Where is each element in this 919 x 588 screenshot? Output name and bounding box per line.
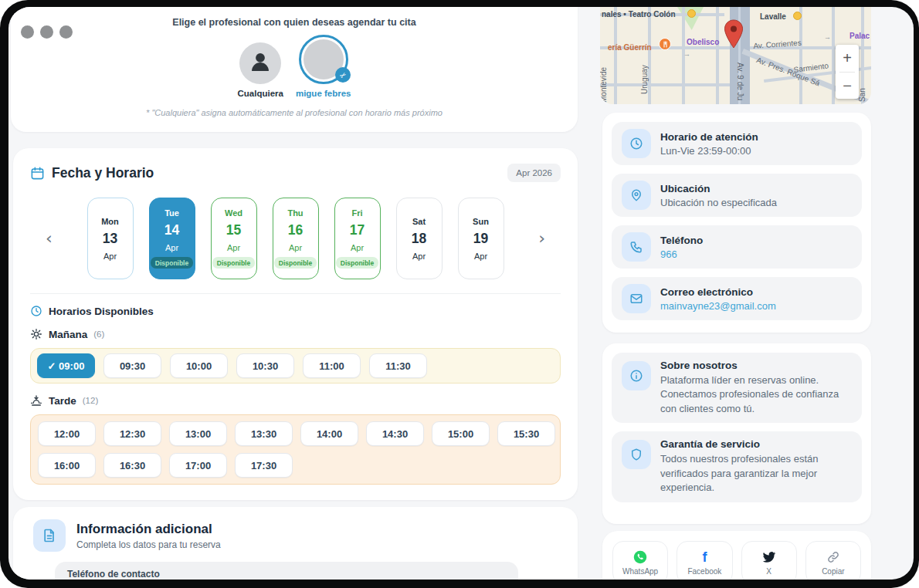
share-button-x[interactable]: X — [741, 541, 797, 580]
window-controls — [21, 25, 73, 39]
professional-options: Cualquiera ✂ migue febres — [11, 35, 578, 98]
day-of-week: Sat — [412, 217, 426, 226]
available-slots-header: Horarios Disponibles — [30, 305, 561, 317]
contact-item-value[interactable]: 966 — [660, 248, 703, 260]
time-slot-1230[interactable]: 12:30 — [103, 421, 161, 446]
day-month: Apr — [165, 243, 178, 252]
shield-icon — [622, 440, 651, 469]
morning-label: Mañana — [49, 329, 87, 340]
time-slot-1330[interactable]: 13:30 — [235, 421, 293, 446]
time-slot-1000[interactable]: 10:00 — [170, 353, 228, 378]
map-zoom-control: + − — [836, 45, 859, 99]
schedule-title: Fecha y Horario — [52, 165, 154, 181]
contact-item-value: Lun-Vie 23:59-00:00 — [660, 145, 758, 157]
time-slot-1500[interactable]: 15:00 — [432, 421, 490, 446]
time-slot-0930[interactable]: 09:30 — [103, 353, 161, 378]
share-button-label: Copiar — [822, 567, 844, 576]
time-slot-1430[interactable]: 14:30 — [366, 421, 424, 446]
schedule-header: Fecha y Horario Apr 2026 — [30, 164, 561, 182]
contact-item: Teléfono966 — [612, 225, 862, 269]
contact-item: UbicaciónUbicación no especificada — [612, 174, 862, 217]
clock-icon — [30, 305, 42, 317]
about-card: Sobre nosotrosPlataforma líder en reserv… — [602, 343, 871, 524]
sun-icon — [30, 328, 42, 340]
zoom-in-button[interactable]: + — [836, 45, 859, 72]
time-slot-1400[interactable]: 14:00 — [300, 421, 358, 446]
day-card-sun[interactable]: Sun19Apr — [458, 198, 504, 279]
contact-phone-field[interactable]: Teléfono de contacto — [55, 562, 518, 580]
map-label: Montevide — [600, 67, 608, 103]
day-number: 14 — [164, 222, 179, 238]
map-label: ería Güerrín — [608, 43, 652, 52]
professional-picker-note: * "Cualquiera" asigna automáticamente al… — [11, 108, 578, 117]
link-icon — [826, 550, 840, 564]
day-month: Apr — [351, 243, 364, 252]
prev-week-button[interactable]: ‹ — [41, 227, 57, 250]
afternoon-label: Tarde — [49, 395, 76, 407]
zoom-out-button[interactable]: − — [836, 73, 859, 100]
clock-icon — [622, 129, 651, 158]
person-icon — [248, 49, 273, 77]
contact-item-value: Ubicación no especificada — [660, 197, 777, 208]
day-card-mon[interactable]: Mon13Apr — [87, 198, 134, 279]
available-badge: Disponible — [151, 257, 193, 269]
day-number: 19 — [473, 231, 488, 247]
time-slot-1600[interactable]: 16:00 — [38, 453, 96, 478]
professional-option-migue-febres[interactable]: ✂ migue febres — [296, 35, 351, 98]
available-badge: Disponible — [212, 257, 255, 269]
next-week-button[interactable]: › — [534, 227, 550, 250]
time-slot-1730[interactable]: 17:30 — [235, 453, 293, 478]
day-card-fri[interactable]: Fri17AprDisponible — [334, 198, 381, 279]
window-control-dot[interactable] — [59, 25, 73, 39]
additional-info-header: Información adicional Completa los datos… — [33, 519, 558, 552]
day-of-week: Tue — [164, 208, 179, 218]
day-card-wed[interactable]: Wed15AprDisponible — [211, 198, 257, 279]
contact-item-title: Ubicación — [660, 183, 777, 194]
map-label: Palac — [849, 32, 870, 40]
time-slot-1300[interactable]: 13:00 — [169, 421, 227, 446]
window-control-dot[interactable] — [21, 25, 34, 39]
info-icon — [622, 361, 651, 390]
share-button-copiar[interactable]: Copiar — [805, 541, 861, 580]
map-street — [716, 7, 719, 104]
map-label: San — [858, 88, 866, 102]
day-number: 13 — [103, 231, 117, 247]
map-label: Av. 9 de Ju — [736, 63, 744, 100]
about-item: Garantía de servicioTodos nuestros profe… — [612, 431, 862, 502]
additional-info-title: Información adicional — [76, 522, 221, 537]
morning-slot-group: ✓ 09:0009:3010:0010:3011:0011:30 — [30, 348, 561, 384]
afternoon-count: (12) — [83, 396, 98, 405]
metro-station-icon — [793, 12, 802, 20]
map-label: Lavalle — [760, 12, 786, 21]
time-slot-1700[interactable]: 17:00 — [169, 453, 227, 478]
location-map[interactable]: nales • Teatro ColónLavalleería GüerrínO… — [600, 7, 871, 104]
time-slot-0900[interactable]: ✓ 09:00 — [37, 353, 95, 378]
day-card-tue[interactable]: Tue14AprDisponible — [149, 198, 195, 279]
time-slot-1130[interactable]: 11:30 — [369, 353, 427, 378]
time-slot-1630[interactable]: 16:30 — [103, 453, 161, 478]
pin-icon — [622, 181, 651, 210]
day-month: Apr — [227, 243, 240, 252]
phone-icon — [622, 232, 651, 262]
day-month: Apr — [103, 252, 117, 261]
map-label: → — [824, 33, 831, 41]
time-slot-1530[interactable]: 15:30 — [497, 421, 555, 446]
time-slot-1100[interactable]: 11:00 — [303, 353, 361, 378]
share-button-whatsapp[interactable]: WhatsApp — [612, 541, 668, 580]
time-slot-1030[interactable]: 10:30 — [236, 353, 294, 378]
contact-phone-field-label: Teléfono de contacto — [67, 569, 506, 580]
time-slot-1200[interactable]: 12:00 — [38, 421, 96, 446]
professional-option-cualquiera[interactable]: Cualquiera — [237, 42, 283, 98]
map-street — [799, 7, 802, 104]
contact-item: Correo electrónicomainvayne23@gmail.com — [612, 277, 862, 320]
avatar — [239, 42, 281, 84]
window-control-dot[interactable] — [40, 25, 53, 39]
share-button-facebook[interactable]: fFacebook — [677, 541, 732, 580]
contact-item-title: Horario de atención — [660, 131, 758, 143]
contact-item-value[interactable]: mainvayne23@gmail.com — [660, 300, 776, 312]
day-card-thu[interactable]: Thu16AprDisponible — [273, 198, 319, 279]
map-location-pin — [724, 19, 744, 49]
morning-header: Mañana (6) — [30, 328, 561, 340]
afternoon-header: Tarde (12) — [30, 394, 561, 407]
day-card-sat[interactable]: Sat18Apr — [396, 198, 443, 279]
